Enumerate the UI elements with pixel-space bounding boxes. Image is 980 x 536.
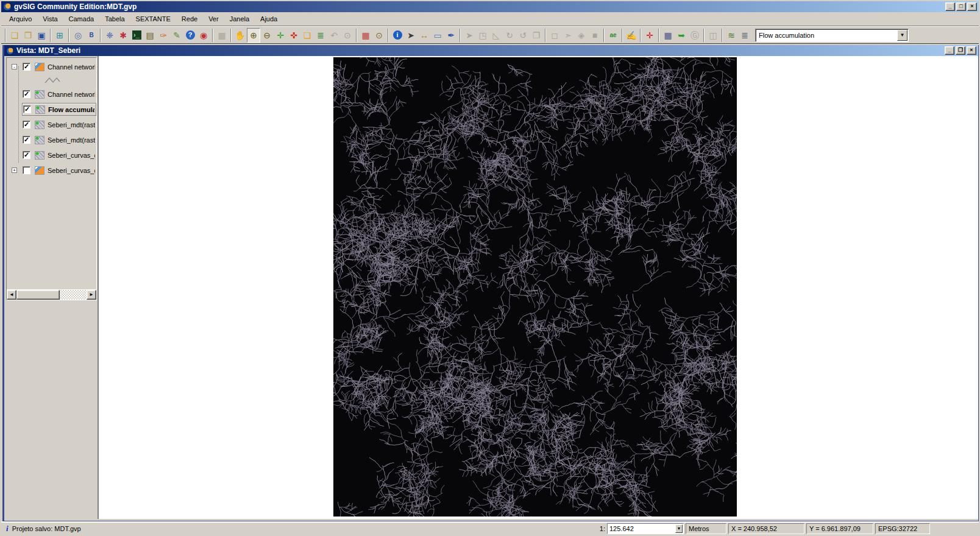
maximize-button[interactable]: □ [956, 2, 966, 11]
minimize-button[interactable]: _ [945, 2, 955, 11]
close-button[interactable]: × [967, 2, 977, 11]
map-view[interactable] [99, 56, 978, 519]
menu-camada[interactable]: Camada [63, 13, 100, 24]
menu-tabela[interactable]: Tabela [99, 13, 130, 24]
layer-row[interactable]: ✓Seberi_mdt(raste [7, 132, 96, 147]
open-project-button[interactable]: ❐ [21, 28, 35, 43]
locator-map-button[interactable]: ▦ [359, 28, 372, 43]
layer-selector-dropdown-icon[interactable]: ▼ [897, 30, 907, 41]
document-preview-button[interactable]: ◎ [71, 28, 85, 43]
info-tool-icon: i [393, 30, 402, 40]
sextante-console-button[interactable]: ›_ [130, 28, 143, 43]
collapse-icon[interactable]: - [12, 64, 17, 69]
sextante-toolbox-button[interactable]: ❈ [103, 28, 116, 43]
toolbar-separator [722, 29, 723, 42]
georeferencing-icon: Ⓖ [689, 30, 700, 41]
layer-visibility-checkbox[interactable]: ✓ [23, 136, 30, 144]
zoom-full-extent-button[interactable]: ✜ [287, 28, 300, 43]
centroid-tool-icon: ✛ [644, 30, 655, 41]
annotation-letters-button[interactable]: ae [606, 28, 620, 43]
layer-row[interactable]: ✓Flow accumula [7, 102, 96, 117]
zoom-in-icon: ⊕ [248, 30, 259, 41]
centroid-tool-button[interactable]: ✛ [643, 28, 656, 43]
menu-arquivo[interactable]: Arquivo [4, 13, 37, 24]
scale-combo[interactable]: 125.642 ▼ [607, 523, 684, 534]
layer-row[interactable]: ✓Seberi_curvas_de [7, 147, 96, 163]
select-inverse-button: ➣ [561, 28, 575, 43]
scale-dropdown-icon[interactable]: ▼ [675, 524, 683, 533]
menu-sextante[interactable]: SEXTANTE [130, 13, 176, 24]
toolbar-separator [100, 29, 101, 42]
layer-selector-combo[interactable]: Flow accumulation▼ [755, 29, 909, 42]
toc-horizontal-scrollbar[interactable]: ◄ ► [7, 289, 96, 300]
scroll-right-button[interactable]: ► [87, 290, 96, 300]
zoom-previous-button[interactable]: ❏ [300, 28, 314, 43]
menu-vista[interactable]: Vista [37, 13, 63, 24]
layer-label[interactable]: Seberi_mdt(raste [48, 136, 95, 144]
layer-visibility-checkbox[interactable]: ✓ [23, 121, 30, 129]
layer-label[interactable]: Seberi_curvas_de [48, 152, 95, 159]
zoom-fit-extent-button[interactable]: ✛ [274, 28, 287, 43]
pan-tool-button[interactable]: ✋ [233, 28, 247, 43]
layer-visibility-checkbox[interactable]: ✓ [23, 151, 30, 159]
layer-label[interactable]: Channel network- [48, 63, 95, 71]
add-view-button[interactable]: ⊞ [53, 28, 66, 43]
search-by-attribute-button[interactable]: B [85, 28, 98, 43]
scale-label: 1: [600, 525, 605, 532]
menu-janela[interactable]: Janela [224, 13, 255, 24]
flow-accumulation-raster[interactable] [333, 57, 737, 517]
layer-visibility-checkbox[interactable]: ✓ [23, 90, 30, 98]
sextante-picker-button[interactable]: ✑ [157, 28, 170, 43]
layer-visibility-button[interactable]: ≋ [725, 28, 738, 43]
fill-tool-icon: ■ [589, 30, 600, 41]
view-restore-button[interactable]: ❐ [956, 46, 965, 55]
view-close-button[interactable]: × [967, 46, 976, 55]
new-document-icon: ❏ [9, 30, 20, 41]
layer-row[interactable]: ✓Channel network [7, 86, 96, 102]
scroll-left-button[interactable]: ◄ [7, 290, 16, 300]
sextante-results-button[interactable]: ✎ [170, 28, 183, 43]
clear-annotation-button[interactable]: ✍ [625, 28, 638, 43]
save-project-button[interactable]: ▣ [35, 28, 48, 43]
sextante-record-button[interactable]: ◉ [197, 28, 210, 43]
menu-ajuda[interactable]: Ajuda [255, 13, 283, 24]
measure-distance-button[interactable]: ↔ [417, 28, 431, 43]
raster-properties-button[interactable]: ▦ [661, 28, 675, 43]
hyperlink-icon: ✒ [446, 30, 456, 41]
zoom-manager-button[interactable]: ⊙ [372, 28, 386, 43]
zoom-in-button[interactable]: ⊕ [247, 28, 260, 43]
zoom-fit-extent-icon: ✛ [275, 30, 286, 41]
layer-label[interactable]: Channel network [48, 91, 95, 98]
zoom-to-layer-button[interactable]: ≣ [314, 28, 327, 43]
status-message: Projeto salvo: MDT.gvp [12, 525, 600, 532]
select-rectangle-button: ◳ [476, 28, 489, 43]
scroll-thumb[interactable] [16, 290, 60, 300]
hyperlink-button[interactable]: ✒ [444, 28, 458, 43]
rotate-tool-button: ↻ [503, 28, 516, 43]
layer-visibility-checkbox[interactable] [23, 166, 30, 174]
layer-label[interactable]: Seberi_curvas_de [48, 167, 95, 174]
zoom-out-button[interactable]: ⊖ [260, 28, 274, 43]
menu-rede[interactable]: Rede [176, 13, 203, 24]
sextante-data-explorer-button[interactable]: ▤ [143, 28, 157, 43]
info-cursor-button[interactable]: ➤ [404, 28, 417, 43]
layer-label[interactable]: Flow accumula [48, 106, 94, 113]
scroll-track[interactable] [16, 290, 87, 300]
measure-area-button[interactable]: ▭ [431, 28, 444, 43]
layer-visibility-checkbox[interactable]: ✓ [23, 63, 30, 71]
expand-icon[interactable]: + [12, 168, 17, 173]
view-titlebar[interactable]: Vista: MDT_Seberi _ ❐ × [4, 45, 978, 56]
sextante-help-button[interactable]: ? [183, 28, 197, 43]
layer-order-list-button[interactable]: ≣ [738, 28, 751, 43]
layer-label[interactable]: Seberi_mdt(raste [48, 121, 95, 129]
layer-row[interactable]: +Seberi_curvas_de [7, 163, 96, 178]
layer-visibility-checkbox[interactable]: ✓ [23, 105, 31, 113]
new-document-button[interactable]: ❏ [8, 28, 21, 43]
layer-row[interactable]: -✓Channel network- [7, 59, 96, 74]
menu-ver[interactable]: Ver [203, 13, 224, 24]
sextante-models-button[interactable]: ✱ [116, 28, 130, 43]
info-tool-button[interactable]: i [391, 28, 404, 43]
layer-row[interactable]: ✓Seberi_mdt(raste [7, 117, 96, 132]
view-minimize-button[interactable]: _ [945, 46, 954, 55]
raster-export-button[interactable]: ➥ [675, 28, 688, 43]
